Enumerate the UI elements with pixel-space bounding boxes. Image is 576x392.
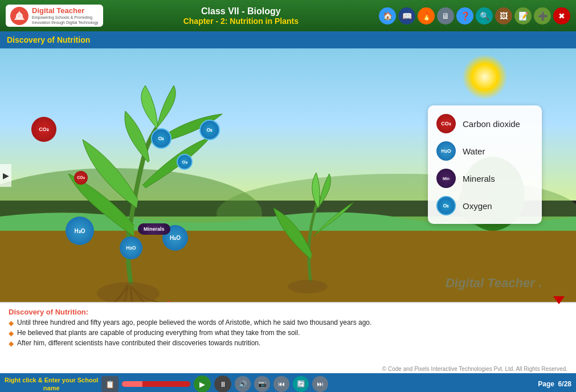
legend-icon-oxygen: O₂ [436, 196, 456, 215]
bullet-diamond-3: ◆ [9, 340, 14, 348]
watermark: Digital Teacher . [446, 276, 542, 291]
svg-point-13 [288, 280, 328, 293]
nav-fire-button[interactable]: 🔥 [418, 7, 435, 24]
page-total: 28 [564, 380, 571, 388]
bullet-diamond-1: ◆ [9, 319, 14, 327]
nav-gallery-button[interactable]: 🖼 [495, 7, 512, 24]
progress-bar-fill [122, 381, 142, 387]
scroll-down-arrow-icon [553, 296, 565, 304]
molecule-co2-large: CO₂ [31, 117, 56, 142]
title-area: Class VII - Biology Chapter - 2: Nutriti… [103, 6, 379, 26]
header: Digital Teacher Empowering Schools & Pro… [0, 0, 576, 31]
footer-volume-button[interactable]: 🔊 [235, 376, 251, 392]
sun [462, 54, 508, 100]
footer-school-text: Right click & Enter your School name [5, 376, 98, 392]
footer: Right click & Enter your School name 📋 ▶… [0, 373, 576, 392]
class-title: Class VII - Biology [103, 6, 379, 17]
legend-label-co2: Carbon dioxide [463, 119, 520, 129]
nav-help-button[interactable]: ❓ [456, 7, 473, 24]
progress-bar [122, 381, 190, 387]
footer-camera-button[interactable]: 📷 [254, 376, 270, 392]
nav-notes-button[interactable]: 📝 [514, 7, 532, 24]
bullet-item-1: ◆ Until three hundred and fifty years ag… [9, 318, 567, 327]
footer-screen-button[interactable]: 📋 [101, 376, 119, 392]
legend-item-water: H₂O Water [436, 141, 533, 161]
legend-item-co2: CO₂ Carbon dioxide [436, 114, 533, 133]
molecule-o2-2: O₂ [199, 120, 220, 140]
nav-home-button[interactable]: 🏠 [379, 7, 396, 24]
nav-close-button[interactable]: ✖ [553, 7, 570, 24]
legend-label-oxygen: Oxygen [463, 201, 492, 211]
molecule-o2-1: O₂ [151, 128, 171, 149]
bullet-item-2: ◆ He believed that plants are capable of… [9, 329, 567, 337]
legend-box: CO₂ Carbon dioxide H₂O Water Min Mineral… [428, 105, 542, 224]
page-info: Page 6/28 [538, 380, 571, 388]
logo-icon [10, 7, 28, 25]
logo-area: Digital Teacher Empowering Schools & Pro… [6, 5, 103, 27]
legend-icon-water: H₂O [436, 141, 456, 161]
main-scene: CO₂ O₂ O₂ O₂ CO₂ H₂O H₂O H₂O Minerals CO… [0, 48, 576, 302]
molecule-h2o-2: H₂O [120, 236, 142, 259]
bullet-text-2: He believed that plants are capable of p… [17, 329, 300, 337]
legend-label-minerals: Minerals [463, 174, 495, 183]
page-current: 6 [558, 380, 562, 388]
footer-play-button[interactable]: ▶ [194, 375, 211, 392]
bullet-item-3: ◆ After him, different scientists have c… [9, 339, 567, 348]
nav-book-button[interactable]: 📖 [398, 7, 415, 24]
chapter-title: Chapter - 2: Nutrition in Plants [103, 17, 379, 26]
nav-search-button[interactable]: 🔍 [476, 7, 493, 24]
logo-subtitle: Empowering Schools & Promoting Innovatio… [32, 15, 99, 25]
bullet-text-1: Until three hundred and fifty years ago,… [17, 318, 371, 326]
nav-icons: 🏠 📖 🔥 🖥 ❓ 🔍 🖼 📝 ➕ ✖ [379, 7, 570, 24]
molecule-co2-small: CO₂ [74, 171, 88, 185]
content-area: Discovery of Nutrition: ◆ Until three hu… [0, 302, 576, 365]
molecule-o2-3: O₂ [177, 154, 193, 170]
scroll-indicator[interactable] [553, 295, 565, 306]
nav-plus-button[interactable]: ➕ [534, 7, 551, 24]
legend-icon-co2: CO₂ [436, 114, 456, 133]
prev-slide-button[interactable]: ▶ [0, 164, 11, 187]
content-title: Discovery of Nutrition: [9, 308, 567, 316]
molecule-minerals: Minerals [138, 223, 170, 235]
svg-point-12 [97, 282, 160, 302]
copyright-text: © Code and Pixels Interactive Technologi… [0, 365, 576, 373]
footer-refresh-button[interactable]: 🔄 [293, 376, 309, 392]
legend-item-minerals: Min Minerals [436, 169, 533, 188]
footer-pause-button[interactable]: ⏸ [214, 375, 231, 392]
footer-prev-button[interactable]: ⏮ [273, 376, 289, 392]
bullet-diamond-2: ◆ [9, 329, 14, 337]
nav-monitor-button[interactable]: 🖥 [437, 7, 454, 24]
legend-label-water: Water [463, 146, 485, 156]
bullet-text-3: After him, different scientists have con… [17, 339, 260, 347]
logo-text-area: Digital Teacher Empowering Schools & Pro… [32, 6, 99, 25]
logo-title: Digital Teacher [32, 6, 99, 15]
section-title: Discovery of Nutrition [7, 35, 90, 44]
legend-icon-minerals: Min [436, 169, 456, 188]
footer-next-button[interactable]: ⏭ [312, 376, 328, 392]
section-bar: Discovery of Nutrition [0, 31, 576, 48]
molecule-h2o-1: H₂O [66, 217, 94, 245]
legend-item-oxygen: O₂ Oxygen [436, 196, 533, 215]
